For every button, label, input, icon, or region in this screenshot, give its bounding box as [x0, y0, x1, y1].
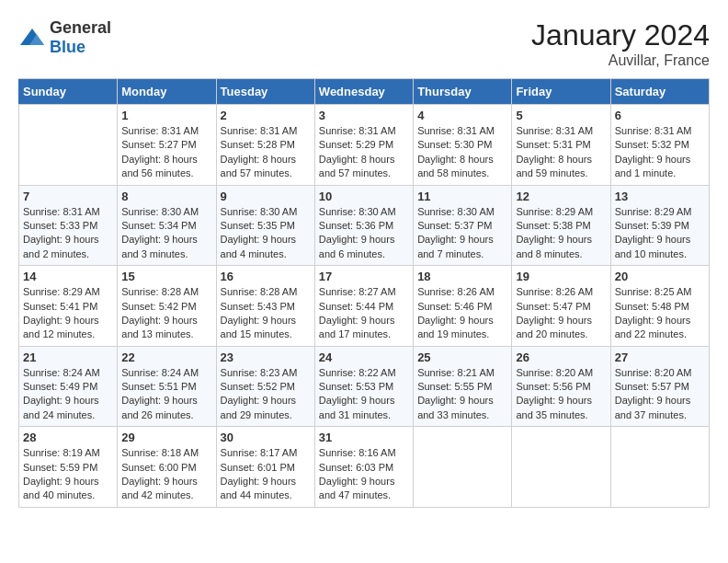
sunset-text: Sunset: 5:57 PM — [615, 381, 689, 392]
day-info: Sunrise: 8:29 AM Sunset: 5:38 PM Dayligh… — [516, 205, 606, 262]
sunrise-text: Sunrise: 8:18 AM — [121, 447, 199, 458]
day-number: 31 — [319, 431, 409, 444]
sunset-text: Sunset: 5:37 PM — [417, 220, 492, 231]
calendar-week-2: 7 Sunrise: 8:31 AM Sunset: 5:33 PM Dayli… — [19, 185, 710, 266]
weekday-header-monday: Monday — [118, 79, 216, 105]
calendar-cell: 28 Sunrise: 8:19 AM Sunset: 5:59 PM Dayl… — [19, 427, 118, 508]
calendar-cell: 29 Sunrise: 8:18 AM Sunset: 6:00 PM Dayl… — [118, 427, 216, 508]
calendar-table: SundayMondayTuesdayWednesdayThursdayFrid… — [18, 78, 710, 508]
sunrise-text: Sunrise: 8:26 AM — [516, 286, 593, 297]
calendar-cell: 7 Sunrise: 8:31 AM Sunset: 5:33 PM Dayli… — [19, 185, 118, 266]
sunset-text: Sunset: 5:31 PM — [516, 139, 590, 150]
daylight-text: Daylight: 9 hours and 31 minutes. — [319, 395, 395, 419]
day-info: Sunrise: 8:26 AM Sunset: 5:46 PM Dayligh… — [417, 285, 507, 342]
day-number: 5 — [516, 109, 606, 122]
calendar-cell: 18 Sunrise: 8:26 AM Sunset: 5:46 PM Dayl… — [414, 266, 512, 347]
sunset-text: Sunset: 6:01 PM — [221, 462, 295, 473]
sunset-text: Sunset: 5:52 PM — [221, 381, 295, 392]
day-info: Sunrise: 8:31 AM Sunset: 5:29 PM Dayligh… — [319, 124, 409, 181]
sunset-text: Sunset: 5:33 PM — [23, 220, 97, 231]
day-info: Sunrise: 8:16 AM Sunset: 6:03 PM Dayligh… — [319, 446, 409, 503]
logo: General Blue — [18, 18, 111, 57]
calendar-cell — [610, 427, 709, 508]
sunrise-text: Sunrise: 8:20 AM — [615, 367, 692, 378]
logo-general: General — [50, 18, 111, 37]
day-number: 13 — [615, 190, 705, 203]
calendar-week-4: 21 Sunrise: 8:24 AM Sunset: 5:49 PM Dayl… — [19, 346, 710, 427]
logo-blue: Blue — [50, 38, 85, 56]
day-info: Sunrise: 8:28 AM Sunset: 5:43 PM Dayligh… — [221, 285, 311, 342]
sunset-text: Sunset: 5:27 PM — [121, 139, 196, 150]
day-info: Sunrise: 8:30 AM Sunset: 5:35 PM Dayligh… — [221, 205, 311, 262]
daylight-text: Daylight: 9 hours and 4 minutes. — [221, 234, 297, 259]
day-info: Sunrise: 8:30 AM Sunset: 5:36 PM Dayligh… — [319, 205, 409, 262]
sunrise-text: Sunrise: 8:24 AM — [121, 367, 199, 378]
sunset-text: Sunset: 5:39 PM — [615, 220, 689, 231]
day-number: 9 — [221, 190, 311, 203]
day-number: 20 — [615, 270, 705, 283]
weekday-header-saturday: Saturday — [610, 79, 709, 105]
day-info: Sunrise: 8:20 AM Sunset: 5:57 PM Dayligh… — [615, 366, 705, 423]
calendar-cell: 16 Sunrise: 8:28 AM Sunset: 5:43 PM Dayl… — [216, 266, 314, 347]
daylight-text: Daylight: 9 hours and 35 minutes. — [516, 395, 592, 419]
title-block: January 2024 Auvillar, France — [531, 18, 710, 69]
day-info: Sunrise: 8:29 AM Sunset: 5:39 PM Dayligh… — [615, 205, 705, 262]
daylight-text: Daylight: 9 hours and 44 minutes. — [221, 476, 297, 500]
daylight-text: Daylight: 9 hours and 1 minute. — [615, 154, 691, 178]
sunrise-text: Sunrise: 8:30 AM — [319, 206, 396, 217]
calendar-cell: 6 Sunrise: 8:31 AM Sunset: 5:32 PM Dayli… — [610, 105, 709, 186]
daylight-text: Daylight: 9 hours and 20 minutes. — [516, 315, 592, 339]
calendar-cell: 27 Sunrise: 8:20 AM Sunset: 5:57 PM Dayl… — [610, 346, 709, 427]
daylight-text: Daylight: 8 hours and 59 minutes. — [516, 154, 592, 178]
day-number: 14 — [23, 270, 113, 283]
day-info: Sunrise: 8:30 AM Sunset: 5:37 PM Dayligh… — [417, 205, 507, 262]
daylight-text: Daylight: 8 hours and 57 minutes. — [221, 154, 297, 178]
sunrise-text: Sunrise: 8:26 AM — [417, 286, 495, 297]
sunrise-text: Sunrise: 8:16 AM — [319, 447, 396, 458]
day-info: Sunrise: 8:24 AM Sunset: 5:51 PM Dayligh… — [121, 366, 211, 423]
calendar-cell: 21 Sunrise: 8:24 AM Sunset: 5:49 PM Dayl… — [19, 346, 118, 427]
sunrise-text: Sunrise: 8:25 AM — [615, 286, 692, 297]
daylight-text: Daylight: 9 hours and 42 minutes. — [121, 476, 198, 500]
sunrise-text: Sunrise: 8:19 AM — [23, 447, 100, 458]
day-number: 10 — [319, 190, 409, 203]
calendar-cell: 13 Sunrise: 8:29 AM Sunset: 5:39 PM Dayl… — [610, 185, 709, 266]
sunset-text: Sunset: 5:47 PM — [516, 301, 590, 312]
sunrise-text: Sunrise: 8:22 AM — [319, 367, 396, 378]
logo-text: General Blue — [50, 18, 111, 57]
weekday-header-row: SundayMondayTuesdayWednesdayThursdayFrid… — [19, 79, 710, 105]
sunset-text: Sunset: 5:56 PM — [516, 381, 590, 392]
weekday-header-tuesday: Tuesday — [216, 79, 314, 105]
daylight-text: Daylight: 9 hours and 22 minutes. — [615, 315, 691, 339]
day-number: 18 — [417, 270, 507, 283]
calendar-cell: 20 Sunrise: 8:25 AM Sunset: 5:48 PM Dayl… — [610, 266, 709, 347]
sunset-text: Sunset: 5:34 PM — [121, 220, 196, 231]
location-title: Auvillar, France — [531, 52, 710, 69]
day-info: Sunrise: 8:18 AM Sunset: 6:00 PM Dayligh… — [121, 446, 211, 503]
weekday-header-thursday: Thursday — [414, 79, 512, 105]
calendar-cell: 30 Sunrise: 8:17 AM Sunset: 6:01 PM Dayl… — [216, 427, 314, 508]
sunrise-text: Sunrise: 8:31 AM — [23, 206, 100, 217]
calendar-cell: 14 Sunrise: 8:29 AM Sunset: 5:41 PM Dayl… — [19, 266, 118, 347]
sunset-text: Sunset: 5:30 PM — [417, 139, 492, 150]
sunset-text: Sunset: 5:38 PM — [516, 220, 590, 231]
calendar-cell: 31 Sunrise: 8:16 AM Sunset: 6:03 PM Dayl… — [314, 427, 413, 508]
calendar-week-5: 28 Sunrise: 8:19 AM Sunset: 5:59 PM Dayl… — [19, 427, 710, 508]
day-info: Sunrise: 8:31 AM Sunset: 5:33 PM Dayligh… — [23, 205, 113, 262]
calendar-cell: 17 Sunrise: 8:27 AM Sunset: 5:44 PM Dayl… — [314, 266, 413, 347]
calendar-cell: 5 Sunrise: 8:31 AM Sunset: 5:31 PM Dayli… — [512, 105, 610, 186]
calendar-cell: 23 Sunrise: 8:23 AM Sunset: 5:52 PM Dayl… — [216, 346, 314, 427]
calendar-cell: 1 Sunrise: 8:31 AM Sunset: 5:27 PM Dayli… — [118, 105, 216, 186]
sunset-text: Sunset: 5:29 PM — [319, 139, 393, 150]
calendar-cell: 22 Sunrise: 8:24 AM Sunset: 5:51 PM Dayl… — [118, 346, 216, 427]
daylight-text: Daylight: 9 hours and 17 minutes. — [319, 315, 395, 339]
day-number: 11 — [417, 190, 507, 203]
calendar-cell — [19, 105, 118, 186]
daylight-text: Daylight: 8 hours and 56 minutes. — [121, 154, 198, 178]
daylight-text: Daylight: 9 hours and 8 minutes. — [516, 234, 592, 259]
weekday-header-sunday: Sunday — [19, 79, 118, 105]
sunrise-text: Sunrise: 8:28 AM — [221, 286, 298, 297]
calendar-cell: 4 Sunrise: 8:31 AM Sunset: 5:30 PM Dayli… — [414, 105, 512, 186]
calendar-cell — [414, 427, 512, 508]
day-info: Sunrise: 8:27 AM Sunset: 5:44 PM Dayligh… — [319, 285, 409, 342]
